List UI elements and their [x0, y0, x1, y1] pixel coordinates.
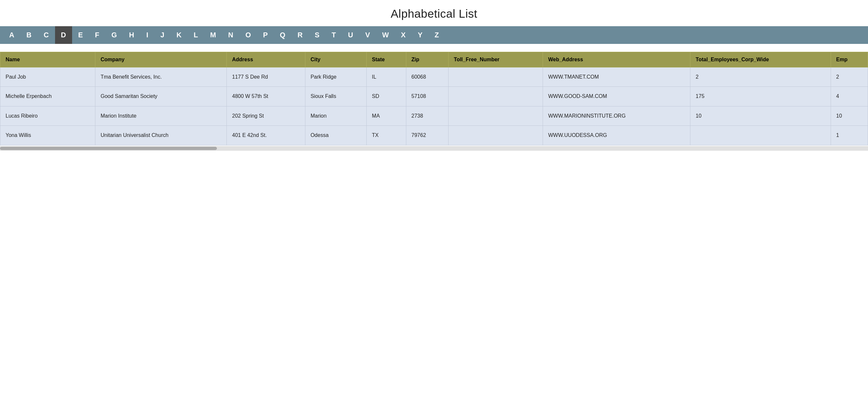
table-body: Paul JobTma Benefit Services, Inc.1177 S…	[0, 67, 868, 146]
cell-total_employees_corp_wide	[690, 126, 831, 145]
alpha-nav-item-u[interactable]: U	[342, 26, 360, 44]
alpha-nav-item-k[interactable]: K	[170, 26, 188, 44]
cell-company: Marion Institute	[95, 106, 226, 125]
page-title: Alphabetical List	[0, 0, 868, 26]
cell-zip: 57108	[406, 87, 448, 106]
alpha-nav-item-v[interactable]: V	[360, 26, 376, 44]
table-container: NameCompanyAddressCityStateZipToll_Free_…	[0, 52, 868, 151]
alpha-nav-item-h[interactable]: H	[123, 26, 141, 44]
cell-emp: 1	[831, 126, 868, 145]
col-header-company: Company	[95, 52, 226, 67]
col-header-toll_free_number: Toll_Free_Number	[448, 52, 543, 67]
table-row: Yona WillisUnitarian Universalist Church…	[0, 126, 868, 145]
cell-state: TX	[367, 126, 406, 145]
horizontal-scrollbar[interactable]	[0, 146, 868, 151]
cell-address: 1177 S Dee Rd	[227, 67, 305, 87]
col-header-city: City	[305, 52, 366, 67]
col-header-name: Name	[0, 52, 95, 67]
table-row: Michelle ErpenbachGood Samaritan Society…	[0, 87, 868, 106]
cell-state: IL	[367, 67, 406, 87]
cell-address: 4800 W 57th St	[227, 87, 305, 106]
alpha-nav: ABCDEFGHIJKLMNOPQRSTUVWXYZ	[0, 26, 868, 44]
cell-web_address: WWW.TMANET.COM	[542, 67, 690, 87]
table-row: Paul JobTma Benefit Services, Inc.1177 S…	[0, 67, 868, 87]
cell-name: Lucas Ribeiro	[0, 106, 95, 125]
cell-total_employees_corp_wide: 2	[690, 67, 831, 87]
cell-address: 202 Spring St	[227, 106, 305, 125]
col-header-state: State	[367, 52, 406, 67]
scrollbar-thumb[interactable]	[0, 147, 217, 150]
data-table: NameCompanyAddressCityStateZipToll_Free_…	[0, 52, 868, 146]
alpha-nav-item-t[interactable]: T	[326, 26, 342, 44]
col-header-address: Address	[227, 52, 305, 67]
alpha-nav-item-m[interactable]: M	[204, 26, 222, 44]
header-row: NameCompanyAddressCityStateZipToll_Free_…	[0, 52, 868, 67]
cell-name: Paul Job	[0, 67, 95, 87]
alpha-nav-item-r[interactable]: R	[291, 26, 309, 44]
col-header-total_employees_corp_wide: Total_Employees_Corp_Wide	[690, 52, 831, 67]
alpha-nav-item-d[interactable]: D	[55, 26, 72, 44]
col-header-web_address: Web_Address	[542, 52, 690, 67]
cell-company: Tma Benefit Services, Inc.	[95, 67, 226, 87]
cell-zip: 79762	[406, 126, 448, 145]
alpha-nav-item-l[interactable]: L	[188, 26, 204, 44]
alpha-nav-item-s[interactable]: S	[309, 26, 326, 44]
alpha-nav-item-p[interactable]: P	[257, 26, 274, 44]
cell-emp: 10	[831, 106, 868, 125]
cell-state: MA	[367, 106, 406, 125]
col-header-zip: Zip	[406, 52, 448, 67]
cell-total_employees_corp_wide: 175	[690, 87, 831, 106]
cell-toll_free_number	[448, 87, 543, 106]
cell-name: Michelle Erpenbach	[0, 87, 95, 106]
alpha-nav-item-x[interactable]: X	[395, 26, 412, 44]
cell-emp: 2	[831, 67, 868, 87]
cell-name: Yona Willis	[0, 126, 95, 145]
alpha-nav-item-e[interactable]: E	[72, 26, 89, 44]
table-row: Lucas RibeiroMarion Institute202 Spring …	[0, 106, 868, 125]
cell-toll_free_number	[448, 126, 543, 145]
alpha-nav-item-o[interactable]: O	[240, 26, 257, 44]
alpha-nav-item-a[interactable]: A	[3, 26, 21, 44]
cell-city: Sioux Falls	[305, 87, 366, 106]
alpha-nav-item-z[interactable]: Z	[429, 26, 445, 44]
cell-toll_free_number	[448, 106, 543, 125]
alpha-nav-item-c[interactable]: C	[38, 26, 55, 44]
col-header-emp: Emp	[831, 52, 868, 67]
cell-company: Unitarian Universalist Church	[95, 126, 226, 145]
alpha-nav-item-i[interactable]: I	[140, 26, 154, 44]
cell-address: 401 E 42nd St.	[227, 126, 305, 145]
cell-emp: 4	[831, 87, 868, 106]
alpha-nav-item-j[interactable]: J	[154, 26, 170, 44]
cell-web_address: WWW.GOOD-SAM.COM	[542, 87, 690, 106]
cell-web_address: WWW.UUODESSA.ORG	[542, 126, 690, 145]
cell-web_address: WWW.MARIONINSTITUTE.ORG	[542, 106, 690, 125]
cell-toll_free_number	[448, 67, 543, 87]
cell-city: Park Ridge	[305, 67, 366, 87]
alpha-nav-item-b[interactable]: B	[21, 26, 38, 44]
alpha-nav-item-f[interactable]: F	[89, 26, 105, 44]
cell-city: Marion	[305, 106, 366, 125]
cell-zip: 2738	[406, 106, 448, 125]
cell-zip: 60068	[406, 67, 448, 87]
alpha-nav-item-n[interactable]: N	[222, 26, 240, 44]
alpha-nav-item-y[interactable]: Y	[412, 26, 429, 44]
cell-company: Good Samaritan Society	[95, 87, 226, 106]
alpha-nav-item-w[interactable]: W	[376, 26, 395, 44]
cell-total_employees_corp_wide: 10	[690, 106, 831, 125]
alpha-nav-item-g[interactable]: G	[105, 26, 123, 44]
alpha-nav-item-q[interactable]: Q	[274, 26, 291, 44]
cell-state: SD	[367, 87, 406, 106]
cell-city: Odessa	[305, 126, 366, 145]
table-header: NameCompanyAddressCityStateZipToll_Free_…	[0, 52, 868, 67]
